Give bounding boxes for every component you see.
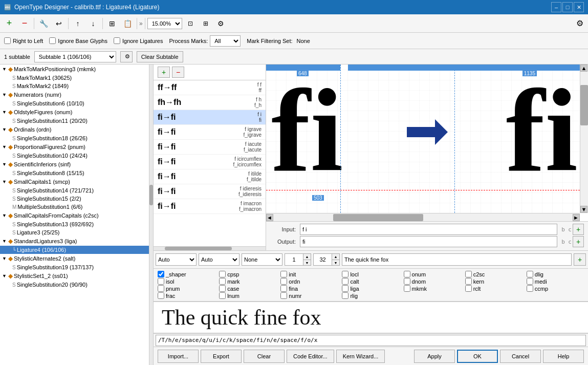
tree-item-pnum[interactable]: ▼ ◆ ProportionalFigures2 (pnum) — [0, 142, 149, 152]
right-to-left-label[interactable]: Right to Left — [4, 37, 43, 44]
paste-button[interactable]: 📋 — [120, 16, 135, 31]
tree-item-ss6[interactable]: S SingleSubstitution6 (10/10) — [0, 99, 149, 108]
feature-numr[interactable]: numr — [280, 292, 338, 299]
feature-liga[interactable]: liga — [342, 285, 399, 292]
tree-item-ms1[interactable]: M MultipleSubstitution1 (6/6) — [0, 203, 149, 211]
size-up-1[interactable]: ▲ — [303, 253, 311, 260]
feature-dnom[interactable]: dnom — [404, 278, 461, 285]
ignore-base-glyphs-label[interactable]: Ignore Base Glyphs — [49, 37, 107, 44]
feature-case[interactable]: case — [219, 285, 276, 292]
add-text-button[interactable]: + — [574, 253, 586, 266]
lig-item-fi[interactable]: fi→fi f ifi — [154, 110, 266, 125]
down-button[interactable]: ↓ — [86, 16, 100, 31]
tree-item-numr[interactable]: ▼ ◆ Numerators (numr) — [0, 90, 149, 99]
v-scroll-thumb[interactable] — [580, 85, 588, 125]
lig-item-ficircumflex[interactable]: fi→fi f icircumflexf_icircumflex — [154, 155, 266, 169]
preview-text-input[interactable] — [342, 253, 572, 266]
export-button[interactable]: Export — [201, 350, 242, 363]
size-down-2[interactable]: ▼ — [332, 260, 340, 266]
kern-wizard-button[interactable]: Kern Wizard... — [336, 350, 385, 363]
tree-item-ss01[interactable]: ▼ ◆ StylisticSet1_2 (ss01) — [0, 271, 149, 281]
tree-item-lig3[interactable]: S Ligature3 (25/25) — [0, 228, 149, 237]
add-toolbar-button[interactable]: + — [2, 16, 16, 31]
lig-item-fitilde[interactable]: fi→fi f itildef_itilde — [154, 169, 266, 184]
props-button[interactable]: 🔧 — [36, 16, 51, 31]
scroll-left-btn[interactable]: ◄ — [266, 214, 273, 221]
size-input-1[interactable] — [285, 253, 303, 266]
tree-item-ss11[interactable]: S SingleSubstitution11 (20/20) — [0, 117, 149, 125]
feature-frac[interactable]: frac — [158, 292, 215, 299]
subtable-select[interactable]: Subtable 1 (106/106) — [34, 51, 116, 62]
feature-medi[interactable]: medi — [527, 278, 584, 285]
tree-item-c2sc[interactable]: ▼ ◆ SmallCapitalsFromCapitals (c2sc) — [0, 211, 149, 220]
tree-scrollbar[interactable] — [149, 65, 153, 365]
tree-item-ss14[interactable]: S SingleSubstitution14 (721/721) — [0, 186, 149, 195]
tree-item-lig4[interactable]: └ Ligature4 (106/106) — [0, 246, 149, 254]
lig-item-fidieresis[interactable]: fi→fi f idieresisf_idieresis — [154, 184, 266, 199]
cancel-button[interactable]: Cancel — [500, 350, 541, 363]
up-button[interactable]: ↑ — [71, 16, 85, 31]
remove-ligature-button[interactable]: − — [172, 67, 184, 78]
tree-item-mark1[interactable]: S MarkToMark1 (30625) — [0, 74, 149, 82]
zoom-select[interactable]: 15.00% — [147, 18, 182, 29]
zoom-fit-button[interactable]: ⊡ — [183, 16, 198, 31]
right-to-left-checkbox[interactable] — [4, 37, 11, 44]
feature-cpsp[interactable]: cpsp — [219, 271, 276, 277]
tree-item-ss19[interactable]: S SingleSubstitution19 (137/137) — [0, 263, 149, 271]
maximize-button[interactable]: □ — [562, 2, 573, 12]
feature-ccmp[interactable]: ccmp — [527, 285, 584, 292]
feature-onum[interactable]: onum — [404, 271, 461, 277]
input-field[interactable] — [300, 224, 557, 235]
tree-item-smcp[interactable]: ▼ ◆ SmallCapitals1 (smcp) — [0, 177, 149, 186]
tree-item-ordn[interactable]: ▼ ◆ Ordinals (ordn) — [0, 125, 149, 134]
feature-locl[interactable]: locl — [342, 271, 399, 277]
clear-subtable-button[interactable]: Clear Subtable — [137, 51, 183, 62]
feature-lnum[interactable]: lnum — [219, 292, 276, 299]
feature-fina[interactable]: fina — [280, 285, 338, 292]
feature-kern[interactable]: kern — [465, 278, 522, 285]
lig-scroll-thumb-h[interactable] — [165, 247, 232, 250]
tree-scroll-thumb[interactable] — [149, 185, 153, 205]
input-add-button[interactable]: + — [573, 224, 584, 235]
settings-toolbar-button[interactable]: ⚙ — [214, 16, 228, 31]
lig-item-ff[interactable]: ff→ff f fff — [154, 80, 266, 95]
clear-button[interactable]: Clear — [244, 350, 285, 363]
help-button[interactable]: Help — [543, 350, 584, 363]
feature-mark[interactable]: mark — [219, 278, 276, 285]
ignore-ligatures-checkbox[interactable] — [114, 37, 120, 44]
add-ligature-button[interactable]: + — [158, 67, 170, 78]
tree-item-ss15[interactable]: S SingleSubstitution15 (2/2) — [0, 195, 149, 203]
scroll-right-btn[interactable]: ► — [573, 214, 580, 221]
tree-item-ss13[interactable]: S SingleSubstitution13 (692/692) — [0, 220, 149, 228]
lig-item-fh[interactable]: fh→fh f hf_h — [154, 95, 266, 110]
feature-rclt[interactable]: rclt — [465, 285, 522, 292]
tree-item-mkmk[interactable]: ▼ ◆ MarkToMarkPositioning3 (mkmk) — [0, 65, 149, 74]
feature-pnum[interactable]: pnum — [158, 285, 215, 292]
tree-item-sinf[interactable]: ▼ ◆ ScientificInferiors (sinf) — [0, 160, 149, 169]
size-down-1[interactable]: ▼ — [303, 260, 311, 266]
apply-button[interactable]: Apply — [414, 350, 455, 363]
feature-mkmk[interactable]: mkmk — [404, 285, 461, 292]
code-editor-button[interactable]: Code Editor... — [287, 350, 334, 363]
subtable-settings-button[interactable]: ⚙ — [120, 51, 133, 62]
tree-item-ss20[interactable]: S SingleSubstitution20 (90/90) — [0, 281, 149, 289]
auto-select-2[interactable]: Auto — [199, 253, 239, 266]
ignore-base-glyphs-checkbox[interactable] — [49, 37, 56, 44]
output-field[interactable] — [300, 236, 557, 247]
lig-item-fiacute[interactable]: fi→fi f iacutef_iacute — [154, 140, 266, 155]
tree-item-ss10[interactable]: S SingleSubstitution10 (24/24) — [0, 152, 149, 160]
ignore-ligatures-label[interactable]: Ignore Ligatures — [114, 37, 163, 44]
feature-calt[interactable]: calt — [342, 278, 399, 285]
tree-item-onum[interactable]: ▼ ◆ OldstyleFigures (onum) — [0, 108, 149, 117]
tree-item-mark2[interactable]: S MarkToMark2 (1849) — [0, 82, 149, 90]
lig-scrollbar-h[interactable] — [154, 246, 266, 250]
size-input-2[interactable] — [313, 253, 332, 266]
scroll-down-btn[interactable]: ▼ — [580, 206, 587, 213]
close-button[interactable]: ✕ — [574, 2, 584, 12]
copy-button[interactable]: ⊞ — [105, 16, 119, 31]
lig-item-figrave[interactable]: fi→fi f igravef_igrave — [154, 125, 266, 140]
unicode-path-input[interactable] — [156, 335, 586, 346]
ok-button[interactable]: OK — [457, 350, 498, 363]
feature-dlig[interactable]: dlig — [527, 271, 584, 277]
gear-button[interactable]: ⚙ — [574, 17, 586, 30]
